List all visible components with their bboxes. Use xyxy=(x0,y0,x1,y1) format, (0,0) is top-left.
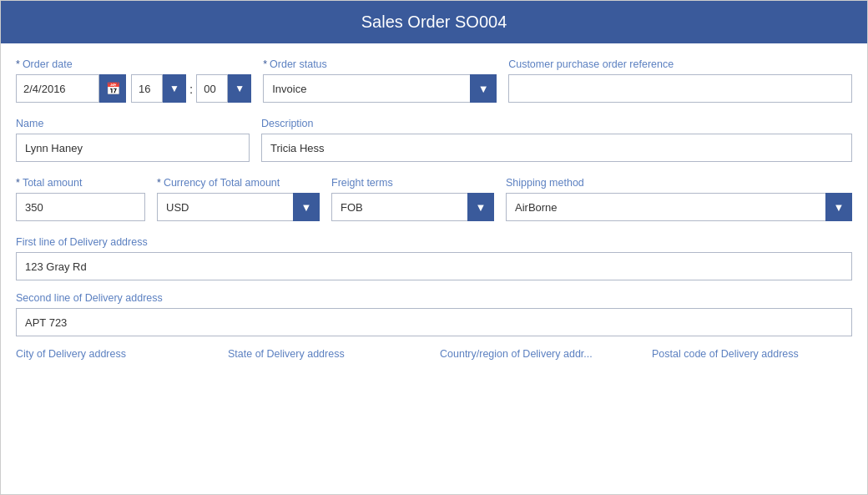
title-bar: Sales Order SO004 xyxy=(1,1,867,43)
total-amount-group: *Total amount xyxy=(16,177,145,221)
order-status-group: *Order status Invoice Draft Confirmed Ca… xyxy=(263,58,497,103)
form-content: *Order date 📅 16 ▼ : 00 xyxy=(1,43,867,494)
order-status-label: *Order status xyxy=(263,58,497,70)
row-4: First line of Delivery address xyxy=(16,236,852,280)
main-window: Sales Order SO004 *Order date 📅 16 ▼ xyxy=(0,0,868,495)
shipping-method-select[interactable]: AirBorne Ground Express Overnight xyxy=(506,193,852,221)
delivery-line1-group: First line of Delivery address xyxy=(16,236,852,280)
description-input[interactable] xyxy=(261,134,852,162)
minute-value: 00 xyxy=(196,74,228,103)
row-3: *Total amount *Currency of Total amount … xyxy=(16,177,852,221)
hour-value: 16 xyxy=(131,74,163,103)
currency-select[interactable]: USD EUR GBP CAD xyxy=(157,193,320,221)
order-status-select[interactable]: Invoice Draft Confirmed Cancelled xyxy=(263,74,497,103)
delivery-line1-input[interactable] xyxy=(16,252,852,280)
name-input[interactable] xyxy=(16,134,250,162)
cpo-ref-group: Customer purchase order reference xyxy=(508,58,852,103)
row-2: Name Description xyxy=(16,118,852,162)
required-star-3: * xyxy=(16,177,20,189)
order-status-select-wrapper: Invoice Draft Confirmed Cancelled ▼ xyxy=(263,74,497,103)
shipping-method-label: Shipping method xyxy=(506,177,852,189)
delivery-line1-label: First line of Delivery address xyxy=(16,236,852,248)
time-group: 16 ▼ : 00 ▼ xyxy=(131,74,251,103)
currency-select-wrapper: USD EUR GBP CAD ▼ xyxy=(157,193,320,221)
total-amount-label: *Total amount xyxy=(16,177,145,189)
description-label: Description xyxy=(261,118,852,129)
freight-terms-select[interactable]: FOB CIF EXW DDP xyxy=(331,193,494,221)
required-star-4: * xyxy=(157,177,161,189)
city-label: City of Delivery address xyxy=(16,348,216,360)
state-label: State of Delivery address xyxy=(228,348,428,360)
order-date-label: *Order date xyxy=(16,58,251,70)
date-input[interactable] xyxy=(16,74,99,103)
calendar-icon: 📅 xyxy=(106,82,120,95)
delivery-line2-input[interactable] xyxy=(16,308,852,336)
total-amount-input[interactable] xyxy=(16,193,145,221)
calendar-button[interactable]: 📅 xyxy=(99,74,126,103)
hour-chevron[interactable]: ▼ xyxy=(163,74,186,103)
date-group: 📅 16 ▼ : 00 ▼ xyxy=(16,74,251,103)
time-colon: : xyxy=(186,82,196,96)
shipping-method-group: Shipping method AirBorne Ground Express … xyxy=(506,177,852,221)
chevron-down-icon: ▼ xyxy=(169,83,179,94)
freight-terms-group: Freight terms FOB CIF EXW DDP ▼ xyxy=(331,177,494,221)
country-label: Country/region of Delivery addr... xyxy=(440,348,640,360)
freight-terms-label: Freight terms xyxy=(331,177,494,189)
freight-select-wrapper: FOB CIF EXW DDP ▼ xyxy=(331,193,494,221)
bottom-labels-row: City of Delivery address State of Delive… xyxy=(16,348,852,360)
description-group: Description xyxy=(261,118,852,162)
shipping-select-wrapper: AirBorne Ground Express Overnight ▼ xyxy=(506,193,852,221)
currency-label: *Currency of Total amount xyxy=(157,177,320,189)
minute-chevron[interactable]: ▼ xyxy=(228,74,251,103)
cpo-ref-label: Customer purchase order reference xyxy=(508,58,852,70)
currency-group: *Currency of Total amount USD EUR GBP CA… xyxy=(157,177,320,221)
delivery-line2-group: Second line of Delivery address xyxy=(16,292,852,336)
cpo-ref-input[interactable] xyxy=(508,74,852,103)
required-star: * xyxy=(16,58,20,70)
row-5: Second line of Delivery address xyxy=(16,292,852,336)
chevron-down-icon-2: ▼ xyxy=(235,83,245,94)
row-1: *Order date 📅 16 ▼ : 00 xyxy=(16,58,852,103)
page-title: Sales Order SO004 xyxy=(361,13,507,31)
name-label: Name xyxy=(16,118,250,129)
required-star-2: * xyxy=(263,58,267,70)
delivery-line2-label: Second line of Delivery address xyxy=(16,292,852,304)
name-group: Name xyxy=(16,118,250,162)
order-date-group: *Order date 📅 16 ▼ : 00 xyxy=(16,58,251,103)
postal-label: Postal code of Delivery address xyxy=(652,348,852,360)
